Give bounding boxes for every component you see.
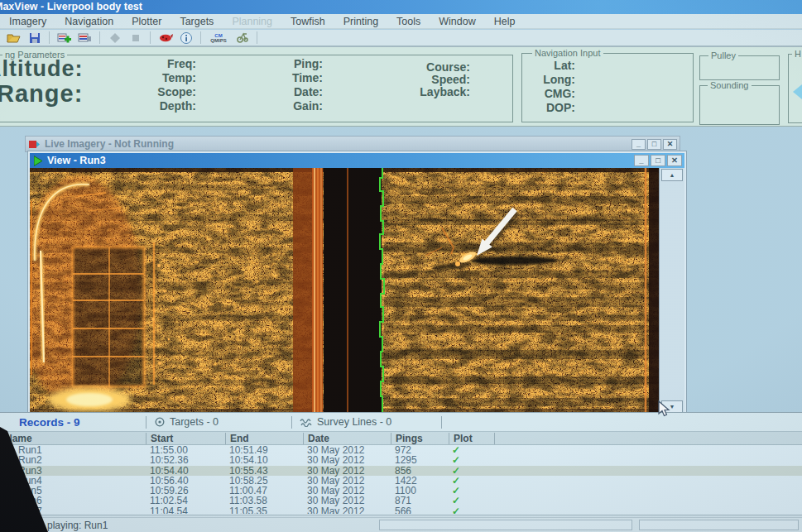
play-diamond-icon	[108, 31, 122, 45]
view-window-title: View - Run3	[47, 155, 106, 166]
toolbar-separator	[257, 31, 257, 44]
maximize-button[interactable]: □	[647, 139, 661, 150]
add-record-button[interactable]	[54, 30, 74, 46]
tab-targets[interactable]: Targets - 0	[146, 413, 291, 431]
save-button[interactable]	[24, 30, 45, 46]
live-imagery-window: Live Imagery - Not Running _ □ ✕	[25, 136, 680, 152]
maxview-application: MaxView - Liverpool body test Imagery Na…	[0, 0, 802, 532]
info-button[interactable]	[175, 30, 196, 46]
pulley-group: Pulley	[699, 55, 780, 80]
record-date: 30 May 2012	[307, 506, 364, 514]
close-button[interactable]: ✕	[667, 155, 682, 166]
live-imagery-icon	[29, 140, 40, 149]
record-end: 11:05.35	[229, 506, 267, 514]
param-col-ping: Ping:Time: Date:Gain:	[247, 57, 323, 113]
records-panel: Records - 9 Targets - 0 Survey Lines - 0	[0, 412, 802, 517]
winch-icon	[236, 31, 249, 44]
menu-navigation[interactable]: Navigation	[55, 16, 122, 27]
menu-help[interactable]: Help	[485, 16, 525, 27]
toolbar-separator	[49, 31, 50, 44]
param-col-freq: Freq:Temp: Scope:Depth:	[122, 57, 196, 113]
live-imagery-title: Live Imagery - Not Running	[45, 138, 174, 150]
record-row[interactable]: Run7 11:04.54 11:05.35 30 May 2012 566 ✓	[0, 506, 802, 514]
record-row[interactable]: Run6 11:02.54 11:03.58 30 May 2012 871 ✓	[0, 496, 802, 506]
view-window-titlebar[interactable]: View - Run3 _ □ ✕	[30, 153, 684, 168]
close-button[interactable]: ✕	[663, 139, 677, 150]
col-pings[interactable]: Pings	[396, 433, 423, 444]
stop-button[interactable]	[125, 30, 146, 46]
stop-square-icon	[129, 31, 142, 45]
edge-group-label: H	[792, 49, 802, 59]
mouse-cursor	[658, 400, 671, 417]
edge-arrow-icon[interactable]	[793, 84, 802, 99]
qmips-button[interactable]: CM QMIPS	[205, 30, 232, 46]
status-panel-2	[379, 520, 632, 530]
record-plot-check: ✓	[452, 506, 460, 514]
tab-divider	[441, 416, 442, 429]
playback-diamond-button[interactable]	[104, 30, 125, 46]
record-end: 10:54.10	[229, 455, 268, 465]
minimize-button[interactable]: _	[634, 155, 649, 166]
tab-survey-lines[interactable]: Survey Lines - 0	[292, 413, 441, 431]
towfish-icon	[158, 32, 173, 43]
live-window-buttons: _ □ ✕	[632, 139, 677, 150]
winch-button[interactable]	[232, 30, 252, 46]
navigation-input-group: Navigation Input Lat:Long: CMG:DOP:	[521, 53, 694, 122]
navigation-input-label: Navigation Input	[532, 48, 603, 58]
col-date[interactable]: Date	[308, 433, 329, 444]
floppy-icon	[29, 32, 41, 44]
open-button[interactable]	[3, 30, 24, 46]
menu-window[interactable]: Window	[430, 16, 484, 27]
info-icon	[180, 31, 193, 45]
records-table-header: Name Start End Date Pings Plot	[0, 432, 802, 445]
range-label: Range:	[0, 80, 83, 108]
sounding-group: Sounding	[699, 85, 780, 125]
record-name: Run2	[18, 455, 42, 465]
sonar-image-view[interactable]	[30, 168, 659, 414]
toolbar-separator	[99, 31, 100, 44]
record-date: 30 May 2012	[307, 455, 364, 465]
water-column	[324, 168, 382, 414]
view-window-buttons: _ □ ✕	[634, 155, 682, 166]
record-settings-button[interactable]	[74, 30, 95, 46]
parameters-panel: ng Parameters Altitude: Range: Freq:Temp…	[0, 47, 802, 127]
menu-printing[interactable]: Printing	[334, 16, 387, 27]
minimize-button[interactable]: _	[632, 139, 646, 150]
status-text: playing: Run1	[47, 520, 108, 531]
record-row[interactable]: Run2 10:52.36 10:54.10 30 May 2012 1295 …	[0, 455, 802, 465]
view-window-body: ▲ ▼	[30, 168, 684, 414]
record-start: 11:04.54	[150, 506, 188, 514]
param-col-course: Course:Speed: Layback:	[387, 61, 470, 98]
menu-planning: Planning	[223, 16, 281, 27]
record-start: 10:52.36	[150, 455, 189, 465]
col-end[interactable]: End	[230, 433, 249, 444]
col-plot[interactable]: Plot	[454, 433, 473, 444]
altitude-label: Altitude:	[0, 56, 83, 82]
target-icon	[155, 417, 165, 427]
towfish-button[interactable]	[155, 30, 175, 46]
app-title: MaxView - Liverpool body test	[0, 0, 142, 14]
menu-targets[interactable]: Targets	[170, 16, 223, 27]
vertical-scrollbar[interactable]: ▲ ▼	[659, 168, 684, 414]
menu-towfish[interactable]: Towfish	[281, 16, 334, 27]
app-titlebar: MaxView - Liverpool body test	[0, 0, 802, 14]
menu-tools[interactable]: Tools	[387, 16, 430, 27]
toolbar-separator	[200, 31, 201, 44]
scroll-up-button[interactable]: ▲	[661, 169, 683, 181]
record-pings: 566	[395, 506, 411, 514]
col-start[interactable]: Start	[151, 433, 173, 444]
records-tabs: Records - 9 Targets - 0 Survey Lines - 0	[0, 413, 802, 432]
maximize-button[interactable]: □	[651, 155, 665, 166]
record-pings: 1295	[395, 455, 417, 465]
menu-plotter[interactable]: Plotter	[122, 16, 170, 27]
tab-records[interactable]: Records - 9	[0, 413, 146, 431]
play-icon	[34, 156, 43, 166]
sounding-label: Sounding	[708, 80, 752, 90]
records-rows: Run1 11:55.00 10:51.49 30 May 2012 972 ✓…	[0, 445, 802, 514]
record-plot-check: ✓	[452, 455, 460, 465]
view-run3-window: View - Run3 _ □ ✕	[27, 151, 687, 417]
nav-fields: Lat:Long: CMG:DOP:	[534, 59, 575, 115]
menu-imagery[interactable]: Imagery	[0, 16, 55, 27]
status-panel-3	[639, 520, 799, 530]
toolbar-separator	[150, 31, 151, 44]
